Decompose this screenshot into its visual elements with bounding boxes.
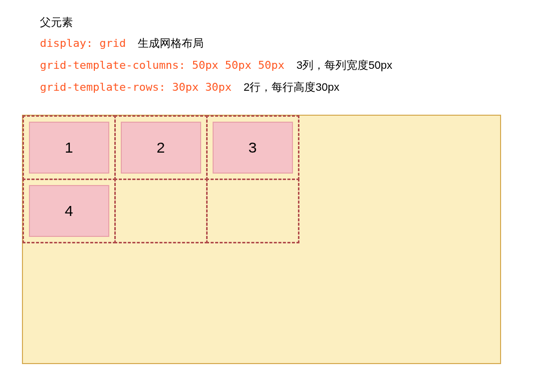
grid-cell-empty xyxy=(206,179,299,243)
grid-overlay: 1 2 3 4 xyxy=(23,116,298,242)
grid-child-2: 2 xyxy=(121,122,201,174)
grid-cell: 1 xyxy=(22,115,116,180)
code-description: 3列，每列宽度50px xyxy=(296,58,392,73)
parent-element-heading: 父元素 xyxy=(40,15,530,30)
code-description: 生成网格布局 xyxy=(138,36,204,51)
grid-container: 1 2 3 4 xyxy=(22,115,501,364)
code-text: grid-template-columns: 50px 50px 50px xyxy=(40,59,284,71)
code-line-rows: grid-template-rows: 30px 30px 2行，每行高度30p… xyxy=(40,80,530,95)
grid-cell: 2 xyxy=(114,115,208,180)
grid-diagram: 1 2 3 4 xyxy=(22,115,530,364)
code-text: display: grid xyxy=(40,37,126,49)
code-line-display: display: grid 生成网格布局 xyxy=(40,36,530,51)
grid-child-4: 4 xyxy=(29,185,109,237)
grid-child-1: 1 xyxy=(29,122,109,174)
grid-cell: 4 xyxy=(22,179,116,243)
grid-cell-empty xyxy=(114,179,208,243)
diagram-content: 父元素 display: grid 生成网格布局 grid-template-c… xyxy=(10,10,530,364)
grid-cell: 3 xyxy=(206,115,299,180)
code-description: 2行，每行高度30px xyxy=(244,80,339,95)
code-text: grid-template-rows: 30px 30px xyxy=(40,81,232,93)
code-line-columns: grid-template-columns: 50px 50px 50px 3列… xyxy=(40,58,530,73)
grid-child-3: 3 xyxy=(213,122,293,174)
